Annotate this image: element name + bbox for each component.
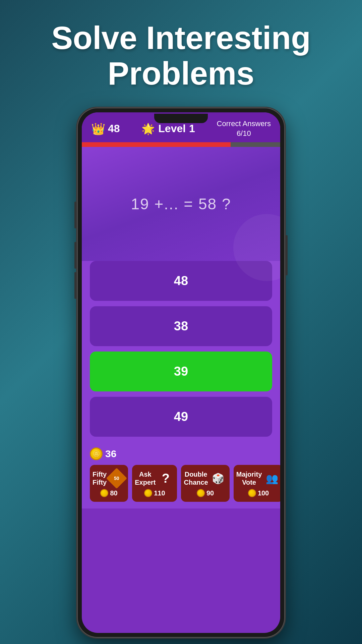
majority-vote-label: Majority Vote <box>236 470 262 486</box>
lifeline-fifty-fifty[interactable]: Fifty Fifty 50 80 <box>90 465 128 502</box>
dice-icon: 🎲 <box>212 473 224 484</box>
majority-vote-cost: 100 <box>248 489 269 497</box>
bottom-coins-display: 🪙 36 <box>90 447 272 460</box>
phone-mockup: 👑 48 🌟 Level 1 Correct Answers 6/10 <box>77 108 285 638</box>
correct-answers-display: Correct Answers 6/10 <box>217 119 271 138</box>
ask-expert-icon: ? <box>157 470 174 487</box>
level-number: 1 <box>189 122 195 135</box>
header-coins-display: 👑 48 <box>91 122 120 136</box>
coin-icon: 🪙 <box>90 447 103 460</box>
question-area: 19 +... = 58 ? <box>82 147 280 261</box>
level-label: Level <box>158 122 186 135</box>
majority-vote-icon: 👥 <box>263 470 280 487</box>
answer-btn-4[interactable]: 49 <box>90 397 272 437</box>
double-chance-icon: 🎲 <box>209 470 227 487</box>
double-chance-cost: 90 <box>197 489 214 497</box>
lifelines-row: Fifty Fifty 50 80 <box>90 465 272 502</box>
answer-btn-2[interactable]: 38 <box>90 306 272 346</box>
people-icon: 👥 <box>266 473 278 484</box>
lifeline-double-chance[interactable]: Double Chance 🎲 90 <box>181 465 229 502</box>
question-text: 19 +... = 58 ? <box>131 195 231 213</box>
bottom-area: 🪙 36 Fifty Fifty 50 <box>82 443 280 508</box>
lifeline-ask-expert[interactable]: Ask Expert ? 110 <box>132 465 177 502</box>
lifeline-majority-vote[interactable]: Majority Vote 👥 100 <box>234 465 280 502</box>
bottom-coins-value: 36 <box>105 448 116 460</box>
answers-area: 48 38 39 49 <box>82 261 280 443</box>
progress-bar-fill <box>82 142 231 147</box>
correct-answers-value: 6/10 <box>217 129 271 139</box>
phone-notch <box>154 114 208 123</box>
phone-frame: 👑 48 🌟 Level 1 Correct Answers 6/10 <box>77 108 285 638</box>
double-chance-label: Double Chance <box>184 470 208 486</box>
header-level-display: 🌟 Level 1 <box>141 122 195 135</box>
progress-bar-container <box>82 142 280 147</box>
correct-answers-label: Correct Answers <box>217 119 271 129</box>
ask-expert-label: Ask Expert <box>135 470 156 486</box>
header-coins-value: 48 <box>108 122 120 135</box>
fifty-fifty-icon: 50 <box>108 470 125 487</box>
phone-screen: 👑 48 🌟 Level 1 Correct Answers 6/10 <box>82 112 280 633</box>
fifty-fifty-label: Fifty Fifty <box>93 470 107 486</box>
answer-btn-3[interactable]: 39 <box>90 352 272 391</box>
page-title: Solve Interesting Problems <box>24 0 338 108</box>
level-icon: 🌟 <box>141 122 155 135</box>
question-mark-icon: ? <box>162 471 170 486</box>
fifty-fifty-cost: 80 <box>100 489 117 497</box>
crown-icon: 👑 <box>91 122 105 136</box>
ask-expert-cost: 110 <box>144 489 165 497</box>
